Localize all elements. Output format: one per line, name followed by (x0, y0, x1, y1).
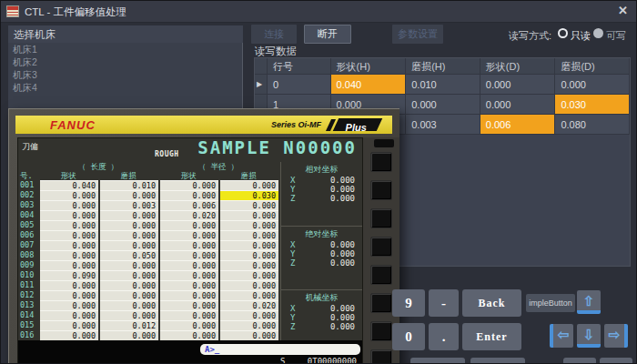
offset-cell[interactable]: 0.000 (40, 260, 98, 270)
offset-cell[interactable]: 0.000 (40, 200, 98, 210)
offset-cell[interactable]: 0.000 (220, 220, 278, 230)
offset-cell[interactable]: 0.000 (40, 250, 98, 260)
machine-list-item[interactable]: 机床1 (8, 43, 242, 56)
radio-writable-label[interactable]: 可写 (606, 29, 626, 43)
back-button[interactable]: Back (462, 289, 521, 317)
tool-offset-table[interactable]: （ 长度 ）（ 半径 ）号.形状磨损形状磨损0010.0400.0100.000… (20, 162, 278, 340)
enter-button[interactable]: Enter (462, 323, 521, 350)
offset-cell[interactable]: 0.000 (100, 260, 158, 270)
key-0[interactable]: 0 (392, 323, 425, 350)
offset-cell[interactable]: 0.000 (40, 290, 98, 300)
offset-cell[interactable]: 0.000 (160, 240, 218, 250)
machine-list-item[interactable]: 机床3 (8, 68, 242, 81)
table-row[interactable]: ▶00.0400.0100.0000.000 (255, 75, 630, 95)
offset-cell[interactable]: 0.000 (160, 220, 218, 230)
arrow-up-icon[interactable]: ⇧ (577, 290, 601, 314)
grid-value-cell[interactable]: 0.030 (555, 95, 630, 115)
connect-button[interactable]: 连接 (251, 25, 297, 44)
offset-cell[interactable]: 0.000 (100, 230, 158, 240)
offset-cell[interactable]: 0.050 (100, 250, 158, 260)
offset-cell[interactable]: 0.000 (160, 320, 218, 330)
offset-cell[interactable]: 0.000 (220, 260, 278, 270)
soft-key[interactable] (370, 321, 392, 341)
offset-cell[interactable]: 0.090 (40, 270, 98, 280)
offset-cell[interactable]: 0.000 (220, 290, 278, 300)
arrow-down-icon[interactable]: ⇩ (577, 324, 601, 348)
row-selector[interactable]: ▶ (255, 75, 268, 95)
offset-cell[interactable]: 0.000 (160, 270, 218, 280)
offset-cell[interactable]: 0.000 (220, 240, 278, 250)
soft-key[interactable] (370, 180, 392, 200)
offset-cell[interactable]: 0.000 (100, 220, 158, 230)
offset-cell[interactable]: 0.000 (40, 310, 98, 320)
offset-cell[interactable]: 0.000 (160, 280, 218, 290)
key-dot[interactable]: . (429, 323, 459, 350)
soft-key[interactable] (370, 265, 392, 285)
grid-value-cell[interactable]: 0.080 (555, 115, 630, 135)
offset-cell[interactable]: 0.000 (160, 190, 218, 200)
offset-cell[interactable]: 0.000 (220, 320, 278, 330)
offset-cell[interactable]: 0.040 (40, 180, 98, 190)
offset-cell[interactable]: 0.000 (220, 280, 278, 290)
grid-value-cell[interactable]: 0.000 (480, 95, 556, 115)
offset-cell[interactable]: 0.000 (100, 290, 158, 300)
settings-button[interactable]: 参数设置 (392, 25, 443, 44)
offset-cell[interactable]: 0.000 (220, 210, 278, 220)
cnc-input-prompt[interactable]: A>_ (200, 344, 360, 355)
soft-key[interactable] (370, 208, 392, 228)
offset-cell[interactable]: 0.000 (160, 180, 218, 190)
soft-key[interactable] (370, 152, 392, 172)
machine-list-item[interactable]: 机床4 (8, 81, 242, 94)
offset-cell[interactable]: 0.000 (40, 240, 98, 250)
offset-cell[interactable]: 0.000 (220, 310, 278, 320)
offset-cell[interactable]: 0.003 (100, 200, 158, 210)
offset-cell[interactable]: 0.000 (100, 330, 158, 340)
offset-cell[interactable]: 0.000 (40, 210, 98, 220)
arrow-left-icon[interactable]: ⇦ (550, 324, 573, 348)
radio-readonly[interactable] (558, 28, 568, 38)
offset-cell[interactable]: 0.000 (100, 280, 158, 290)
offset-cell[interactable]: 0.010 (100, 180, 158, 190)
offset-cell[interactable]: 0.000 (220, 200, 278, 210)
grid-value-cell[interactable]: 0.000 (480, 75, 556, 95)
offset-cell[interactable]: 0.000 (220, 250, 278, 260)
offset-cell[interactable]: 0.000 (160, 290, 218, 300)
offset-cell[interactable]: 0.000 (160, 310, 218, 320)
partial-button[interactable] (410, 358, 465, 364)
offset-cell[interactable]: 0.006 (160, 200, 218, 210)
offset-cell[interactable]: 0.000 (220, 270, 278, 280)
offset-cell[interactable]: 0.000 (100, 210, 158, 220)
grid-value-cell[interactable]: 0.040 (331, 75, 407, 95)
offset-cell[interactable]: 0.000 (100, 190, 158, 200)
offset-cell[interactable]: 0.020 (220, 300, 278, 310)
grid-value-cell[interactable]: 0.010 (406, 75, 480, 95)
key-minus[interactable]: - (429, 289, 459, 317)
radio-writable[interactable] (593, 28, 603, 38)
machine-list-item[interactable]: 机床2 (8, 56, 242, 68)
offset-cell[interactable]: 0.000 (220, 330, 278, 340)
grid-value-cell[interactable]: 0.003 (406, 115, 480, 135)
radio-readonly-label[interactable]: 只读 (571, 29, 591, 43)
offset-cell[interactable]: 0.000 (40, 230, 98, 240)
offset-cell[interactable]: 0.000 (220, 230, 278, 240)
offset-cell[interactable]: 0.000 (160, 300, 218, 310)
offset-cell[interactable]: 0.000 (40, 300, 98, 310)
offset-cell[interactable]: 0.012 (100, 320, 158, 330)
power-button[interactable] (374, 139, 394, 147)
offset-cell[interactable]: 0.000 (40, 220, 98, 230)
partial-button[interactable] (563, 358, 596, 364)
offset-cell[interactable]: 0.020 (160, 210, 218, 220)
close-icon[interactable]: ✕ (618, 4, 628, 17)
soft-key[interactable] (370, 349, 392, 364)
arrow-right-icon[interactable]: ⇨ (604, 324, 628, 348)
grid-value-cell[interactable]: 0.006 (480, 115, 556, 135)
grid-value-cell[interactable]: 0.000 (406, 95, 480, 115)
key-9[interactable]: 9 (392, 289, 425, 317)
soft-key[interactable] (370, 237, 392, 257)
offset-cell[interactable]: 0.000 (160, 330, 218, 340)
grid-value-cell[interactable]: 0.000 (555, 75, 630, 95)
simple-button[interactable]: impleButton (526, 294, 575, 312)
disconnect-button[interactable]: 断开 (304, 25, 351, 44)
offset-cell[interactable]: 0.000 (40, 280, 98, 290)
offset-cell[interactable]: 0.000 (40, 190, 98, 200)
